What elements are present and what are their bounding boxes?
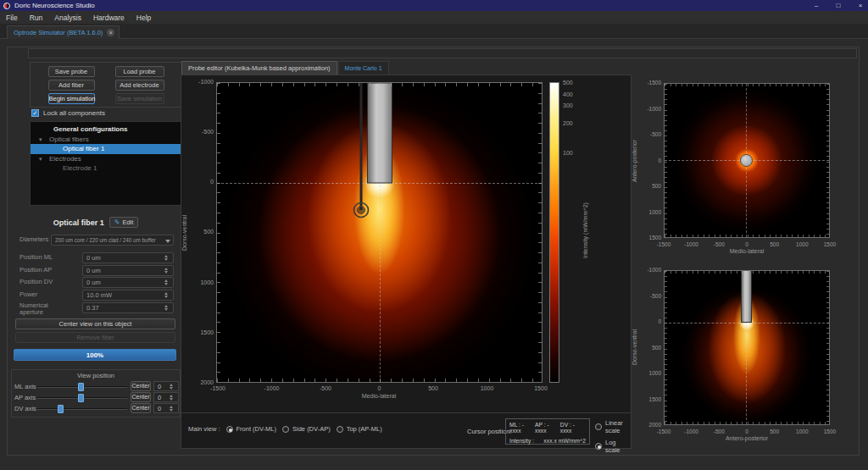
center-view-button[interactable]: Center view on this object: [15, 318, 175, 329]
edit-icon: ✎: [114, 218, 120, 226]
maximize-icon[interactable]: □: [834, 2, 843, 9]
spin-down-icon[interactable]: [170, 387, 173, 390]
radio-front-dv-ml[interactable]: Front (DV-ML): [226, 425, 277, 433]
spin-down-icon[interactable]: [170, 409, 173, 412]
tab-close-icon[interactable]: ×: [107, 29, 114, 36]
radio-icon[interactable]: [595, 443, 602, 450]
spin-down-icon[interactable]: [164, 296, 168, 298]
spin-down-icon[interactable]: [170, 398, 173, 401]
position-ap-row: Position AP 0 um: [19, 265, 174, 276]
tick-label: 1000: [190, 279, 214, 287]
spin-up-icon[interactable]: [170, 384, 173, 386]
dv-center-button[interactable]: Center: [131, 403, 151, 413]
tree-expand-icon[interactable]: ▾: [39, 154, 42, 164]
save-simulation-button[interactable]: Save simulation: [115, 93, 164, 104]
load-probe-button[interactable]: Load probe: [115, 66, 164, 77]
radio-log-scale[interactable]: Log scale: [595, 439, 631, 454]
spin-up-icon[interactable]: [170, 406, 173, 408]
add-electrode-button[interactable]: Add electrode: [115, 80, 164, 91]
tick-label: -500: [709, 241, 729, 247]
menu-run[interactable]: Run: [30, 14, 43, 22]
tree-expand-icon[interactable]: ▾: [39, 135, 42, 145]
side-plot-x-axis-title: Antero-posterior: [726, 435, 768, 441]
spin-down-icon[interactable]: [164, 283, 168, 285]
position-dv-spinbox[interactable]: 0 um: [82, 277, 174, 288]
lock-all-components-label: Lock all components: [43, 109, 105, 117]
checkbox-icon[interactable]: ✓: [31, 109, 39, 117]
main-plot-x-ticks: -1500 -1000 -500 0 500 1000 1500: [203, 385, 555, 391]
remove-fiber-button[interactable]: Remove fiber: [15, 332, 175, 343]
optical-fiber-probe[interactable]: [368, 83, 392, 183]
selected-object-title: Optical fiber 1: [53, 218, 104, 227]
radio-side-dv-ap[interactable]: Side (DV-AP): [282, 425, 331, 433]
spin-up-icon[interactable]: [164, 255, 168, 257]
main-plot[interactable]: [216, 82, 542, 383]
probe-actions-panel: Save probe Load probe Add fiber Add elec…: [30, 62, 182, 108]
radio-icon[interactable]: [282, 426, 289, 433]
spin-down-icon[interactable]: [164, 308, 168, 311]
scale-selector: Linear scale Log scale: [595, 419, 631, 454]
colorbar-tick: 100: [563, 150, 573, 156]
tab-probe-editor[interactable]: Probe editor (Kubelka-Munk based approxi…: [181, 61, 337, 75]
slider-handle[interactable]: [78, 394, 84, 402]
dv-axis-slider[interactable]: [37, 408, 127, 410]
ap-axis-slider[interactable]: [37, 397, 127, 399]
spin-up-icon[interactable]: [164, 268, 168, 270]
position-ml-spinbox[interactable]: 0 um: [82, 252, 174, 263]
begin-simulation-button[interactable]: Begin simulation: [48, 93, 95, 104]
ml-center-button[interactable]: Center: [131, 381, 151, 391]
ap-value-spinbox[interactable]: 0: [153, 392, 179, 402]
menu-help[interactable]: Help: [136, 14, 151, 22]
spin-up-icon[interactable]: [170, 395, 173, 397]
save-probe-button[interactable]: Save probe: [48, 66, 95, 77]
power-spinbox[interactable]: 10.0 mW: [82, 290, 174, 301]
diameters-dropdown[interactable]: 200 um core / 220 um clad / 240 um buffe…: [51, 235, 174, 246]
tree-item-optical-fiber-1[interactable]: Optical fiber 1: [31, 144, 181, 154]
title-bar[interactable]: Doric Neuroscience Studio – □ ×: [0, 0, 868, 11]
tick-label: -1000: [639, 266, 661, 274]
tick-label: 0: [190, 178, 214, 186]
close-icon[interactable]: ×: [856, 2, 865, 9]
edit-button[interactable]: ✎ Edit: [109, 217, 139, 228]
spin-up-icon[interactable]: [164, 305, 168, 307]
radio-icon[interactable]: [595, 423, 602, 430]
numerical-aperture-spinbox[interactable]: 0.37: [82, 302, 174, 313]
tree-item-electrodes[interactable]: ▾ Electrodes: [31, 154, 181, 164]
menu-file[interactable]: File: [6, 14, 18, 22]
spin-up-icon[interactable]: [164, 292, 168, 295]
tick-label: -500: [709, 429, 729, 434]
spin-down-icon[interactable]: [164, 271, 168, 274]
spin-up-icon[interactable]: [164, 279, 168, 282]
slider-handle[interactable]: [78, 383, 84, 391]
slider-handle[interactable]: [58, 405, 64, 413]
top-view-plot[interactable]: [664, 83, 830, 238]
lock-all-components-row[interactable]: ✓ Lock all components: [31, 109, 105, 117]
dv-value-spinbox[interactable]: 0: [153, 403, 179, 413]
tab-monte-carlo-1[interactable]: Monte Carlo 1: [338, 61, 389, 75]
spin-down-icon[interactable]: [164, 258, 168, 261]
radio-icon[interactable]: [337, 426, 343, 433]
tick-label: 1500: [639, 395, 661, 404]
radio-linear-scale[interactable]: Linear scale: [595, 419, 631, 434]
radio-icon[interactable]: [226, 426, 233, 433]
radio-top-ap-ml[interactable]: Top (AP-ML): [337, 425, 382, 433]
ml-axis-slider[interactable]: [37, 386, 127, 388]
position-ap-spinbox[interactable]: 0 um: [82, 265, 174, 276]
tab-optrode-simulator[interactable]: Optrode Simulator (BETA 1.6.0) ×: [7, 25, 120, 39]
tree-item-optical-fibers[interactable]: ▾ Optical fibers: [31, 135, 181, 145]
add-fiber-button[interactable]: Add fiber: [48, 80, 95, 91]
ap-center-button[interactable]: Center: [131, 392, 151, 402]
electrode-tip-marker-inner: [358, 207, 365, 214]
side-plot-x-ticks: -1500 -1000 -500 0 500 1000 1500: [654, 429, 840, 434]
menu-hardware[interactable]: Hardware: [93, 14, 125, 22]
menu-analysis[interactable]: Analysis: [54, 14, 81, 22]
minimize-icon[interactable]: –: [812, 2, 821, 9]
editor-tab-bar: Probe editor (Kubelka-Munk based approxi…: [181, 61, 389, 75]
optical-fiber-probe: [741, 271, 752, 323]
tree-item-general-configurations[interactable]: General configurations: [31, 124, 181, 135]
tree-item-electrode-1[interactable]: Electrode 1: [31, 163, 181, 174]
properties-header: Optical fiber 1 ✎ Edit: [15, 216, 176, 229]
side-view-plot[interactable]: [664, 270, 830, 425]
ml-value-spinbox[interactable]: 0: [153, 381, 179, 391]
view-position-title: View position: [12, 372, 180, 379]
